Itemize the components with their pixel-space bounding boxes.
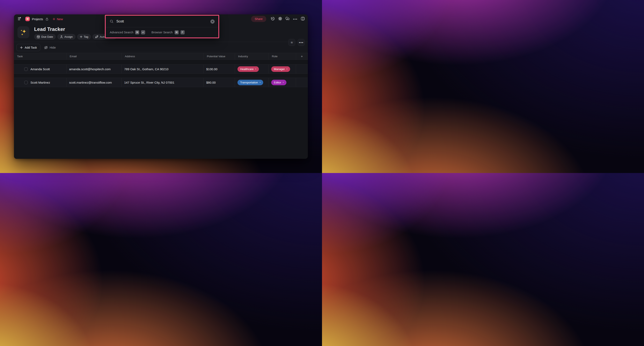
add-column-button[interactable]: + xyxy=(296,53,308,60)
new-label: New xyxy=(57,17,63,21)
table-row: Scott Martinez scott.martinez@transitflo… xyxy=(14,78,308,87)
return-key-icon: ↵ xyxy=(141,30,145,34)
share-button[interactable]: Share xyxy=(251,16,266,22)
column-header-industry[interactable]: Industry xyxy=(235,53,269,60)
column-header-role[interactable]: Role xyxy=(269,53,296,60)
tag-label: Tag xyxy=(84,35,88,38)
plus-icon xyxy=(20,46,23,49)
address-cell[interactable]: 147 Spruce St., River City, NJ 07001 xyxy=(122,78,204,87)
potential-value-cell[interactable]: $80.00 xyxy=(204,78,235,87)
lock-icon[interactable] xyxy=(46,17,48,21)
table-spacer xyxy=(14,60,308,64)
hide-label: Hide xyxy=(50,46,56,49)
chevron-down-icon: ▾ xyxy=(255,68,256,70)
comments-button[interactable] xyxy=(286,17,290,22)
search-icon xyxy=(110,20,114,23)
more-options-button[interactable]: ••• xyxy=(293,18,298,21)
column-header-email[interactable]: Email xyxy=(66,53,122,60)
task-name: Scott Martinez xyxy=(30,81,50,84)
due-date-chip[interactable]: Due Date xyxy=(34,34,56,40)
split-panel-icon xyxy=(300,17,305,22)
automation-flow-icon xyxy=(95,35,98,38)
column-header-potential-value[interactable]: Potential Value xyxy=(204,53,235,60)
workspace-name: Projects xyxy=(32,17,43,21)
due-date-label: Due Date xyxy=(41,35,53,38)
potential-value-cell[interactable]: $100.00 xyxy=(204,64,235,74)
projects-folder-icon xyxy=(25,17,30,21)
assign-label: Assign xyxy=(64,35,73,38)
panel-toggle-button[interactable] xyxy=(300,17,305,22)
email-cell[interactable]: amanda.scott@hospitech.com xyxy=(66,64,122,74)
clear-search-button[interactable] xyxy=(210,19,215,24)
industry-cell[interactable]: Healthcare ▾ xyxy=(235,64,269,74)
f-key-icon: F xyxy=(180,30,185,34)
column-header-task[interactable]: Task xyxy=(14,53,66,60)
history-button[interactable] xyxy=(270,17,275,22)
command-key-icon: ⌘ xyxy=(174,30,179,34)
search-options-row: Advanced Search ⌘ ↵ Browser Search ⌘ F xyxy=(106,27,218,37)
calendar-icon xyxy=(37,35,40,38)
page-toolbar-chips: Due Date Assign Tag xyxy=(34,34,116,40)
add-task-button[interactable]: Add Task xyxy=(16,44,40,51)
close-circle-icon xyxy=(210,19,215,24)
new-item-button[interactable]: New xyxy=(53,17,63,21)
settings-button[interactable] xyxy=(278,17,282,22)
chevron-down-icon: ▾ xyxy=(286,68,288,70)
advanced-search-label: Advanced Search xyxy=(110,31,133,34)
row-checkbox[interactable] xyxy=(24,67,28,71)
email-cell[interactable]: scott.martinez@transitflow.com xyxy=(66,78,122,87)
chat-bubbles-icon xyxy=(286,17,290,22)
page-emoji-icon[interactable] xyxy=(18,26,30,38)
assign-chip[interactable]: Assign xyxy=(57,34,76,40)
table-spacer xyxy=(14,74,308,78)
role-badge-label: Manager xyxy=(274,68,285,71)
gear-icon xyxy=(278,17,282,22)
person-icon xyxy=(60,35,63,38)
leads-table: Task Email Address Potential Value Indus… xyxy=(14,53,308,159)
role-cell[interactable]: Editor ▾ xyxy=(269,78,296,87)
table-row: Amanda Scott amanda.scott@hospitech.com … xyxy=(14,64,308,74)
browser-search-label: Browser Search xyxy=(151,31,172,34)
chevron-down-icon: ▾ xyxy=(260,81,261,83)
topbar-left: Projects New xyxy=(18,15,63,24)
chevron-down-icon: ▾ xyxy=(283,81,284,83)
topbar-right: Share xyxy=(251,15,305,24)
table-header-row: Task Email Address Potential Value Indus… xyxy=(14,53,308,60)
industry-badge-label: Transportation xyxy=(240,81,258,84)
role-badge[interactable]: Editor ▾ xyxy=(271,80,286,85)
ellipsis-icon: ••• xyxy=(293,18,298,21)
table-actions-row: Add Task Hide xyxy=(14,42,308,53)
command-key-icon: ⌘ xyxy=(135,30,139,34)
search-input[interactable] xyxy=(116,20,208,23)
task-cell[interactable]: Amanda Scott xyxy=(14,64,66,74)
industry-badge[interactable]: Healthcare ▾ xyxy=(238,66,259,72)
sparkles-icon xyxy=(20,29,27,36)
role-badge-label: Editor xyxy=(274,81,281,84)
row-checkbox[interactable] xyxy=(24,81,28,84)
advanced-search-option[interactable]: Advanced Search ⌘ ↵ xyxy=(110,30,145,34)
eye-off-icon xyxy=(44,46,48,49)
role-badge[interactable]: Manager ▾ xyxy=(271,66,290,72)
table-empty-area xyxy=(14,87,308,159)
browser-search-option[interactable]: Browser Search ⌘ F xyxy=(151,30,184,34)
search-overlay: Advanced Search ⌘ ↵ Browser Search ⌘ F xyxy=(105,15,219,38)
history-icon xyxy=(270,17,275,22)
page-title[interactable]: Lead Tracker xyxy=(34,26,65,32)
role-cell[interactable]: Manager ▾ xyxy=(269,64,296,74)
hide-button[interactable]: Hide xyxy=(44,46,56,49)
empty-cell xyxy=(296,78,308,87)
tag-chip[interactable]: Tag xyxy=(77,34,91,40)
task-name: Amanda Scott xyxy=(30,67,50,71)
empty-cell xyxy=(296,64,308,74)
plus-icon xyxy=(80,35,82,38)
industry-badge[interactable]: Transportation ▾ xyxy=(238,80,263,85)
industry-cell[interactable]: Transportation ▾ xyxy=(235,78,269,87)
industry-badge-label: Healthcare xyxy=(240,68,254,71)
column-header-address[interactable]: Address xyxy=(122,53,204,60)
sidebar-toggle-button[interactable] xyxy=(18,17,22,21)
search-input-row xyxy=(106,16,218,27)
workspace-switcher[interactable] xyxy=(24,17,30,21)
task-cell[interactable]: Scott Martinez xyxy=(14,78,66,87)
sidebar-expand-icon xyxy=(18,17,22,21)
address-cell[interactable]: 789 Oak St., Gotham, CA 90210 xyxy=(122,64,204,74)
